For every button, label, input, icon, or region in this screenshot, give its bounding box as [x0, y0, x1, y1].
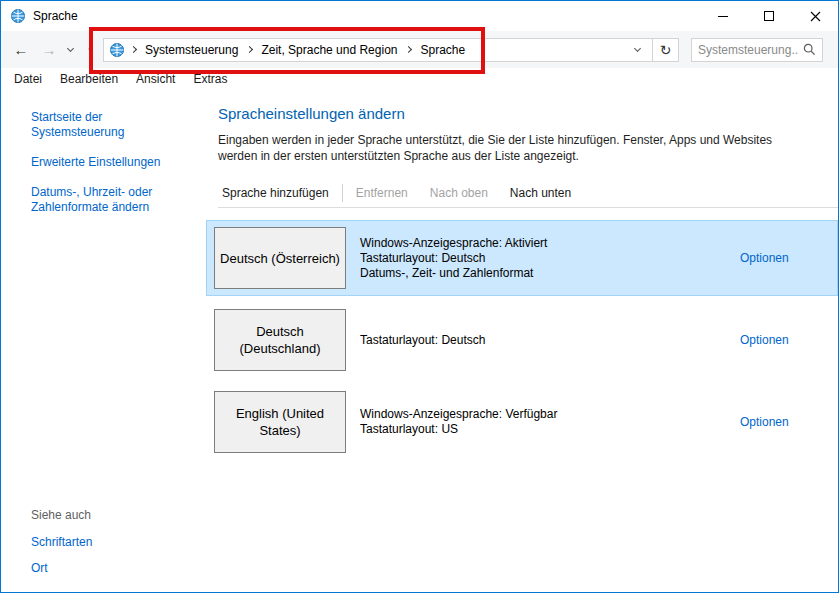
main-content: Spracheinstellungen ändern Eingaben werd…: [206, 89, 838, 592]
sidebar-item-startseite[interactable]: Startseite der Systemsteuerung: [31, 110, 198, 140]
breadcrumb-separator-icon: [246, 46, 253, 53]
language-row-deutsch-deutschland[interactable]: Deutsch (Deutschland) Tastaturlayout: De…: [206, 302, 838, 378]
see-also-section: Siehe auch Schriftarten Ort: [31, 508, 198, 578]
forward-button[interactable]: →: [35, 36, 63, 64]
options-link[interactable]: Optionen: [740, 333, 838, 347]
remove-button[interactable]: Entfernen: [345, 186, 419, 200]
see-also-header: Siehe auch: [31, 508, 198, 522]
language-name-box: Deutsch (Deutschland): [214, 309, 346, 371]
menu-extras[interactable]: Extras: [184, 72, 236, 86]
maximize-icon: [764, 11, 774, 21]
breadcrumb-sprache[interactable]: Sprache: [413, 43, 472, 57]
control-panel-window: Sprache ← → ↑ Systemsteuerung Zeit, Spra: [0, 0, 839, 593]
close-icon: [810, 11, 821, 22]
detail-line: Tastaturlayout: US: [360, 422, 557, 437]
page-title: Spracheinstellungen ändern: [218, 105, 838, 122]
move-down-button[interactable]: Nach unten: [499, 186, 582, 200]
detail-line: Tastaturlayout: Deutsch: [360, 251, 547, 266]
detail-line: Windows-Anzeigesprache: Aktiviert: [360, 236, 547, 251]
language-row-deutsch-oesterreich[interactable]: Deutsch (Österreich) Windows-Anzeigespra…: [206, 220, 838, 296]
history-dropdown-button[interactable]: [63, 36, 77, 64]
language-app-icon: [10, 8, 26, 24]
language-details: Windows-Anzeigesprache: Verfügbar Tastat…: [360, 407, 557, 437]
language-name-box: Deutsch (Österreich): [214, 227, 346, 289]
search-box[interactable]: [691, 38, 823, 62]
menu-bar: Datei Bearbeiten Ansicht Extras: [1, 68, 838, 89]
maximize-button[interactable]: [746, 1, 792, 31]
breadcrumb-app-icon: [109, 42, 125, 58]
move-up-button[interactable]: Nach oben: [419, 186, 499, 200]
search-input[interactable]: [698, 43, 799, 57]
refresh-icon: ↻: [660, 42, 672, 58]
chevron-down-icon: [66, 44, 73, 51]
options-link[interactable]: Optionen: [740, 415, 838, 429]
breadcrumb-zeit-sprache-region[interactable]: Zeit, Sprache und Region: [254, 43, 404, 57]
minimize-button[interactable]: [700, 1, 746, 31]
detail-line: Datums-, Zeit- und Zahlenformat: [360, 266, 547, 281]
close-button[interactable]: [792, 1, 838, 31]
minimize-icon: [718, 16, 728, 17]
search-icon[interactable]: [803, 43, 816, 56]
chevron-down-icon: [633, 44, 640, 51]
navigation-bar: ← → ↑ Systemsteuerung Zeit, Sprache und …: [1, 31, 838, 68]
back-button[interactable]: ←: [7, 36, 35, 64]
forward-arrow-icon: →: [42, 41, 57, 58]
window-title: Sprache: [33, 9, 78, 23]
sidebar-item-schriftarten[interactable]: Schriftarten: [31, 535, 198, 550]
menu-ansicht[interactable]: Ansicht: [127, 72, 184, 86]
menu-bearbeiten[interactable]: Bearbeiten: [51, 72, 127, 86]
sidebar-item-ort[interactable]: Ort: [31, 561, 198, 576]
add-language-button[interactable]: Sprache hinzufügen: [218, 186, 340, 200]
detail-line: Tastaturlayout: Deutsch: [360, 333, 485, 348]
detail-line: Windows-Anzeigesprache: Verfügbar: [360, 407, 557, 422]
menu-datei[interactable]: Datei: [5, 72, 51, 86]
language-name-box: English (United States): [214, 391, 346, 453]
refresh-button[interactable]: ↻: [653, 38, 679, 62]
up-arrow-icon: ↑: [87, 42, 94, 58]
language-list: Deutsch (Österreich) Windows-Anzeigespra…: [206, 220, 838, 466]
options-link[interactable]: Optionen: [740, 251, 838, 265]
up-button[interactable]: ↑: [77, 36, 103, 64]
language-row-english-united-states[interactable]: English (United States) Windows-Anzeiges…: [206, 384, 838, 460]
address-dropdown-button[interactable]: [628, 49, 646, 51]
title-bar: Sprache: [1, 1, 838, 31]
toolbar-divider: [342, 184, 343, 202]
breadcrumb-systemsteuerung[interactable]: Systemsteuerung: [138, 43, 245, 57]
sidebar-item-datumsformate[interactable]: Datums-, Uhrzeit- oder Zahlenformate änd…: [31, 185, 198, 215]
address-bar[interactable]: Systemsteuerung Zeit, Sprache und Region…: [103, 38, 653, 62]
back-arrow-icon: ←: [14, 41, 29, 58]
page-description: Eingaben werden in jeder Sprache unterst…: [218, 132, 810, 164]
language-details: Windows-Anzeigesprache: Aktiviert Tastat…: [360, 236, 547, 281]
sidebar-item-erweiterte-einstellungen[interactable]: Erweiterte Einstellungen: [31, 155, 198, 170]
breadcrumb-separator-icon: [130, 46, 137, 53]
language-toolbar: Sprache hinzufügen Entfernen Nach oben N…: [218, 179, 838, 208]
language-details: Tastaturlayout: Deutsch: [360, 333, 485, 348]
sidebar: Startseite der Systemsteuerung Erweitert…: [1, 89, 206, 592]
breadcrumb-separator-icon: [405, 46, 412, 53]
